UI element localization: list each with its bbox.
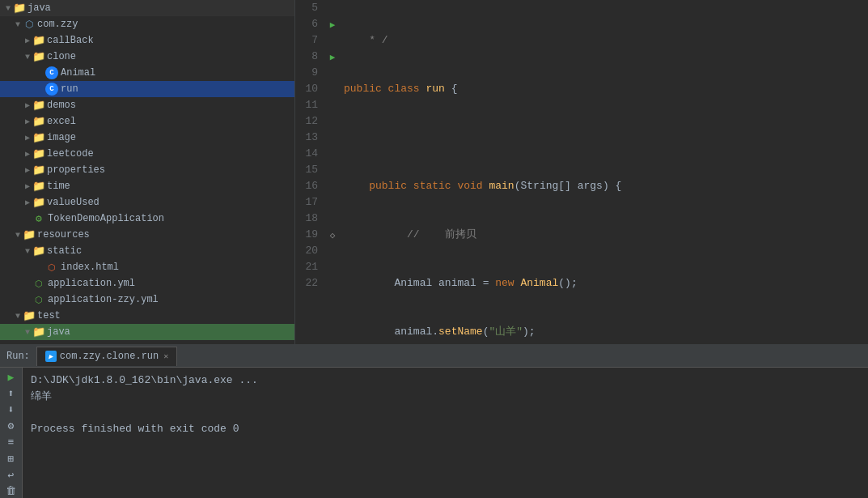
folder-icon: 📁 bbox=[32, 147, 45, 160]
output-result-line: 绵羊 bbox=[31, 389, 860, 405]
sidebar-item-index-html[interactable]: ⬡ index.html bbox=[0, 259, 294, 275]
folder-icon: 📁 bbox=[32, 196, 45, 209]
sidebar-item-label: Animal bbox=[61, 67, 95, 79]
sidebar-item-valueused[interactable]: ▶ 📁 valueUsed bbox=[0, 194, 294, 211]
gutter: ▶ ▶ ◇ bbox=[324, 0, 341, 344]
arrow-icon: ▶ bbox=[23, 100, 32, 110]
sidebar-item-com-zzy[interactable]: ▼ ⬡ com.zzy bbox=[0, 16, 294, 32]
sidebar-item-clone[interactable]: ▼ 📁 clone bbox=[0, 49, 294, 65]
sidebar-item-label: leetcode bbox=[47, 148, 94, 160]
gutter-line-19[interactable]: ◇ bbox=[330, 227, 336, 243]
code-line-6: public class run { bbox=[344, 81, 868, 97]
run-tab[interactable]: ▶ com.zzy.clone.run ✕ bbox=[36, 347, 177, 366]
sidebar-item-run[interactable]: C run bbox=[0, 81, 294, 97]
sidebar-item-image[interactable]: ▶ 📁 image bbox=[0, 130, 294, 146]
sidebar-item-label: excel bbox=[47, 116, 76, 127]
folder-icon: 📁 bbox=[32, 245, 45, 258]
html-file-icon: ⬡ bbox=[45, 261, 58, 274]
breakpoint-icon[interactable]: ◇ bbox=[330, 230, 336, 240]
restore-button[interactable]: ↩ bbox=[2, 469, 20, 482]
spring-icon: ⚙ bbox=[32, 212, 45, 225]
sidebar-item-demos[interactable]: ▶ 📁 demos bbox=[0, 97, 294, 113]
folder-icon: 📁 bbox=[32, 131, 45, 144]
output-cmd-line: D:\JDK\jdk1.8.0_162\bin\java.exe ... bbox=[31, 372, 860, 389]
arrow-icon: ▼ bbox=[3, 4, 13, 13]
sidebar-item-label: time bbox=[47, 181, 70, 192]
run-arrow-icon[interactable]: ▶ bbox=[330, 52, 336, 62]
java-run-icon: C bbox=[45, 83, 58, 96]
gutter-line-8[interactable]: ▶ bbox=[330, 49, 336, 65]
arrow-icon: ▶ bbox=[23, 133, 32, 143]
wrap-button[interactable]: ≡ bbox=[2, 436, 20, 449]
folder-icon: 📁 bbox=[32, 164, 45, 177]
sidebar-item-leetcode[interactable]: ▶ 📁 leetcode bbox=[0, 146, 294, 162]
sidebar-item-label: callBack bbox=[47, 35, 94, 46]
bottom-toolbar: ▶ ⬆ ⬇ ⚙ ≡ ⊞ ↩ 🗑 bbox=[0, 368, 23, 498]
bottom-tabs: Run: ▶ com.zzy.clone.run ✕ bbox=[0, 345, 868, 368]
run-button[interactable]: ▶ bbox=[2, 371, 20, 384]
arrow-icon: ▶ bbox=[23, 149, 32, 159]
sidebar-item-test[interactable]: ▼ 📁 test bbox=[0, 308, 294, 324]
folder-icon: 📁 bbox=[32, 115, 45, 128]
sidebar-item-test-java[interactable]: ▼ 📁 java bbox=[0, 324, 294, 340]
sidebar-item-static[interactable]: ▼ 📁 static bbox=[0, 243, 294, 259]
gutter-line-6[interactable]: ▶ bbox=[330, 16, 336, 32]
sidebar-item-label: static bbox=[47, 245, 82, 257]
file-tree-sidebar: ▼ 📁 java ▼ ⬡ com.zzy ▶ 📁 callBack ▼ 📁 cl… bbox=[0, 0, 295, 344]
sidebar-item-resources[interactable]: ▼ 📁 resources bbox=[0, 227, 294, 243]
arrow-icon: ▶ bbox=[23, 181, 32, 191]
code-content[interactable]: * / public class run { public static voi… bbox=[341, 0, 868, 344]
yml-file-icon: ⬡ bbox=[32, 293, 45, 306]
run-tab-label: com.zzy.clone.run bbox=[60, 351, 159, 362]
sidebar-item-label: com.zzy bbox=[37, 19, 78, 30]
package-icon: ⬡ bbox=[23, 18, 36, 31]
folder-icon: 📁 bbox=[32, 99, 45, 112]
folder-icon: 📁 bbox=[13, 2, 26, 15]
layout-button[interactable]: ⊞ bbox=[2, 453, 20, 466]
sidebar-item-label: clone bbox=[47, 51, 76, 62]
arrow-icon: ▼ bbox=[23, 328, 32, 337]
sidebar-item-properties[interactable]: ▶ 📁 properties bbox=[0, 162, 294, 178]
arrow-icon: ▶ bbox=[23, 198, 32, 207]
arrow-icon: ▶ bbox=[23, 117, 32, 126]
code-area: 5 6 7 8 9 10 11 12 13 14 15 16 17 18 19 … bbox=[295, 0, 868, 344]
clear-button[interactable]: 🗑 bbox=[2, 485, 20, 498]
code-line-8: public static void main(String[] args) { bbox=[344, 178, 868, 194]
sidebar-item-label: image bbox=[47, 132, 76, 143]
scroll-down-button[interactable]: ⬇ bbox=[2, 403, 20, 416]
sidebar-item-animal[interactable]: C Animal bbox=[0, 65, 294, 81]
sidebar-item-label: index.html bbox=[61, 262, 119, 273]
scroll-up-button[interactable]: ⬆ bbox=[2, 387, 20, 400]
code-line-9: // 前拷贝 bbox=[344, 227, 868, 243]
sidebar-item-application-yml[interactable]: ⬡ application.yml bbox=[0, 275, 294, 292]
sidebar-item-label: application.yml bbox=[48, 278, 135, 289]
arrow-icon: ▼ bbox=[23, 53, 32, 62]
sidebar-item-label: resources bbox=[37, 229, 90, 240]
close-tab-button[interactable]: ✕ bbox=[163, 351, 168, 361]
sidebar-item-label: properties bbox=[47, 164, 105, 176]
folder-icon: 📁 bbox=[32, 34, 45, 47]
sidebar-item-callback[interactable]: ▶ 📁 callBack bbox=[0, 32, 294, 49]
folder-icon: 📁 bbox=[23, 228, 36, 241]
main-area: ▼ 📁 java ▼ ⬡ com.zzy ▶ 📁 callBack ▼ 📁 cl… bbox=[0, 0, 868, 344]
arrow-icon: ▶ bbox=[23, 165, 32, 175]
output-area: D:\JDK\jdk1.8.0_162\bin\java.exe ... 绵羊 … bbox=[23, 368, 868, 498]
arrow-icon: ▼ bbox=[23, 247, 32, 256]
folder-icon: 📁 bbox=[32, 326, 45, 338]
run-label: Run: bbox=[6, 351, 30, 362]
sidebar-item-token-demo[interactable]: ⚙ TokenDemoApplication bbox=[0, 211, 294, 227]
bottom-panel: Run: ▶ com.zzy.clone.run ✕ ▶ ⬆ ⬇ ⚙ ≡ ⊞ ↩… bbox=[0, 344, 868, 498]
code-line-5: * / bbox=[344, 32, 868, 49]
folder-icon: 📁 bbox=[32, 180, 45, 193]
sidebar-item-time[interactable]: ▶ 📁 time bbox=[0, 178, 294, 194]
settings-button[interactable]: ⚙ bbox=[2, 419, 20, 432]
sidebar-item-java[interactable]: ▼ 📁 java bbox=[0, 0, 294, 16]
sidebar-item-excel[interactable]: ▶ 📁 excel bbox=[0, 113, 294, 130]
java-class-icon: C bbox=[45, 66, 58, 79]
sidebar-item-label: run bbox=[61, 83, 78, 95]
code-editor: 5 6 7 8 9 10 11 12 13 14 15 16 17 18 19 … bbox=[295, 0, 868, 344]
sidebar-item-label: test bbox=[37, 310, 61, 321]
sidebar-item-application-zzy-yml[interactable]: ⬡ application-zzy.yml bbox=[0, 292, 294, 308]
run-arrow-icon[interactable]: ▶ bbox=[330, 19, 336, 30]
arrow-icon: ▼ bbox=[13, 312, 23, 321]
